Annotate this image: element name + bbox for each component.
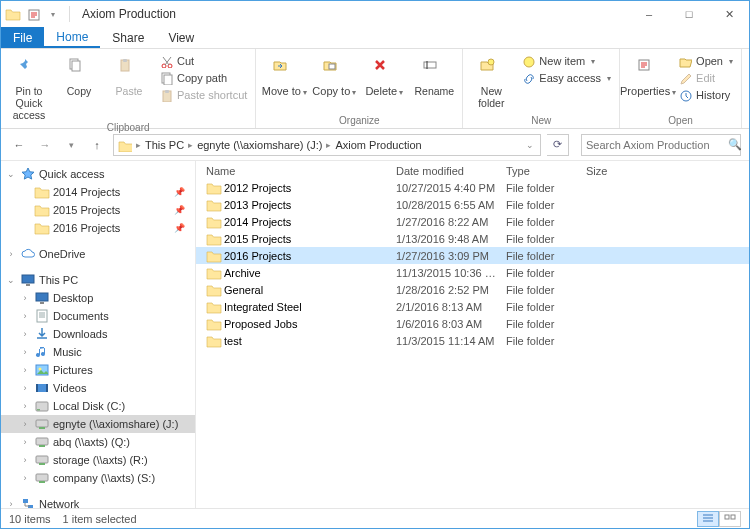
breadcrumb-root-icon[interactable] — [116, 138, 134, 152]
file-row[interactable]: test11/3/2015 11:14 AMFile folder — [196, 332, 749, 349]
tree-item[interactable]: ⌄This PC — [1, 271, 195, 289]
properties-button[interactable]: Properties▾ — [624, 51, 672, 98]
new-folder-button[interactable]: New folder — [467, 51, 515, 109]
pin-to-quick-access-button[interactable]: Pin to Quick access — [5, 51, 53, 121]
file-row[interactable]: 2014 Projects1/27/2016 8:22 AMFile folde… — [196, 213, 749, 230]
thumbnails-view-button[interactable] — [719, 511, 741, 527]
easy-access-button[interactable]: Easy access▾ — [517, 70, 615, 86]
close-button[interactable]: ✕ — [709, 1, 749, 27]
refresh-button[interactable]: ⟳ — [547, 134, 569, 156]
file-list[interactable]: 2012 Projects10/27/2015 4:40 PMFile fold… — [196, 179, 749, 508]
select-all-button[interactable]: Select all — [746, 53, 750, 67]
tree-twisty[interactable]: › — [19, 347, 31, 357]
tree-item[interactable]: ›Pictures — [1, 361, 195, 379]
copy-to-button[interactable]: Copy to▾ — [310, 51, 358, 98]
file-row[interactable]: 2012 Projects10/27/2015 4:40 PMFile fold… — [196, 179, 749, 196]
file-row[interactable]: 2013 Projects10/28/2015 6:55 AMFile fold… — [196, 196, 749, 213]
tree-twisty[interactable]: › — [5, 499, 17, 508]
delete-button[interactable]: Delete▾ — [360, 51, 408, 98]
move-to-button[interactable]: Move to▾ — [260, 51, 308, 98]
tree-item[interactable]: ›Local Disk (C:) — [1, 397, 195, 415]
file-row[interactable]: Proposed Jobs1/6/2016 8:03 AMFile folder — [196, 315, 749, 332]
address-dropdown[interactable]: ⌄ — [522, 140, 538, 150]
invert-selection-button[interactable]: Invert selection — [746, 83, 750, 97]
navigation-pane[interactable]: ⌄Quick access2014 Projects📌2015 Projects… — [1, 161, 196, 508]
minimize-button[interactable]: – — [629, 1, 669, 27]
paste-button[interactable]: Paste — [105, 51, 153, 97]
edit-icon — [678, 71, 692, 85]
tree-twisty[interactable]: ⌄ — [5, 275, 17, 285]
tree-twisty[interactable]: › — [19, 437, 31, 447]
tree-item[interactable]: ›Videos — [1, 379, 195, 397]
select-none-button[interactable]: Select none — [746, 68, 750, 82]
search-icon[interactable]: 🔍 — [728, 138, 742, 151]
tree-item[interactable]: 2014 Projects📌 — [1, 183, 195, 201]
qat-properties-icon[interactable] — [25, 6, 41, 22]
file-name: Integrated Steel — [224, 301, 396, 313]
address-bar[interactable]: ▸ This PC ▸ egnyte (\\axiomshare) (J:) ▸… — [113, 134, 541, 156]
tree-item[interactable]: 2015 Projects📌 — [1, 201, 195, 219]
tab-home[interactable]: Home — [44, 27, 100, 48]
file-row[interactable]: 2015 Projects1/13/2016 9:48 AMFile folde… — [196, 230, 749, 247]
column-headers[interactable]: Name Date modified Type Size — [196, 161, 749, 179]
tree-item[interactable]: ›Desktop — [1, 289, 195, 307]
tree-twisty[interactable]: ⌄ — [5, 169, 17, 179]
details-view-button[interactable] — [697, 511, 719, 527]
col-size[interactable]: Size — [586, 165, 749, 177]
back-button[interactable]: ← — [9, 135, 29, 155]
tree-item[interactable]: ›OneDrive — [1, 245, 195, 263]
maximize-button[interactable]: □ — [669, 1, 709, 27]
paste-shortcut-button[interactable]: Paste shortcut — [155, 87, 251, 103]
file-row[interactable]: 2016 Projects1/27/2016 3:09 PMFile folde… — [196, 247, 749, 264]
tree-item[interactable]: ›Music — [1, 343, 195, 361]
tree-item[interactable]: ›company (\\axts) (S:) — [1, 469, 195, 487]
tree-item[interactable]: ›egnyte (\\axiomshare) (J:) — [1, 415, 195, 433]
col-name[interactable]: Name — [206, 165, 396, 177]
tree-item[interactable]: ⌄Quick access — [1, 165, 195, 183]
tab-file[interactable]: File — [1, 27, 44, 48]
tree-twisty[interactable]: › — [19, 329, 31, 339]
tree-twisty[interactable]: › — [19, 311, 31, 321]
recent-locations-button[interactable]: ▾ — [61, 135, 81, 155]
tab-share[interactable]: Share — [100, 27, 156, 48]
new-item-button[interactable]: New item▾ — [517, 53, 615, 69]
tree-item[interactable]: 2016 Projects📌 — [1, 219, 195, 237]
tree-label: Desktop — [53, 292, 93, 304]
search-input[interactable] — [582, 139, 728, 151]
col-type[interactable]: Type — [506, 165, 586, 177]
tree-twisty[interactable]: › — [19, 383, 31, 393]
file-date: 11/3/2015 11:14 AM — [396, 335, 506, 347]
forward-button[interactable]: → — [35, 135, 55, 155]
edit-button[interactable]: Edit — [674, 70, 737, 86]
tree-item[interactable]: ›Downloads — [1, 325, 195, 343]
breadcrumb-folder[interactable]: Axiom Production — [333, 139, 423, 151]
tree-twisty[interactable]: › — [19, 401, 31, 411]
search-box[interactable]: 🔍 — [581, 134, 741, 156]
tree-twisty[interactable]: › — [19, 455, 31, 465]
up-button[interactable]: ↑ — [87, 135, 107, 155]
file-row[interactable]: Integrated Steel2/1/2016 8:13 AMFile fol… — [196, 298, 749, 315]
tree-item[interactable]: ›abq (\\axts) (Q:) — [1, 433, 195, 451]
tree-item[interactable]: ›Network — [1, 495, 195, 508]
breadcrumb-drive[interactable]: egnyte (\\axiomshare) (J:) — [195, 139, 324, 151]
rename-button[interactable]: Rename — [410, 51, 458, 97]
file-name: 2014 Projects — [224, 216, 396, 228]
copy-button[interactable]: Copy — [55, 51, 103, 97]
tree-twisty[interactable]: › — [19, 473, 31, 483]
open-button[interactable]: Open▾ — [674, 53, 737, 69]
tree-item[interactable]: ›storage (\\axts) (R:) — [1, 451, 195, 469]
col-date[interactable]: Date modified — [396, 165, 506, 177]
tree-twisty[interactable]: › — [19, 293, 31, 303]
tree-twisty[interactable]: › — [19, 419, 31, 429]
cut-button[interactable]: Cut — [155, 53, 251, 69]
tree-twisty[interactable]: › — [5, 249, 17, 259]
breadcrumb-this-pc[interactable]: This PC — [143, 139, 186, 151]
qat-dropdown-icon[interactable]: ▾ — [45, 6, 61, 22]
file-row[interactable]: Archive11/13/2015 10:36 …File folder — [196, 264, 749, 281]
copy-path-button[interactable]: Copy path — [155, 70, 251, 86]
tree-item[interactable]: ›Documents — [1, 307, 195, 325]
file-row[interactable]: General1/28/2016 2:52 PMFile folder — [196, 281, 749, 298]
tree-twisty[interactable]: › — [19, 365, 31, 375]
history-button[interactable]: History — [674, 87, 737, 103]
tab-view[interactable]: View — [156, 27, 206, 48]
